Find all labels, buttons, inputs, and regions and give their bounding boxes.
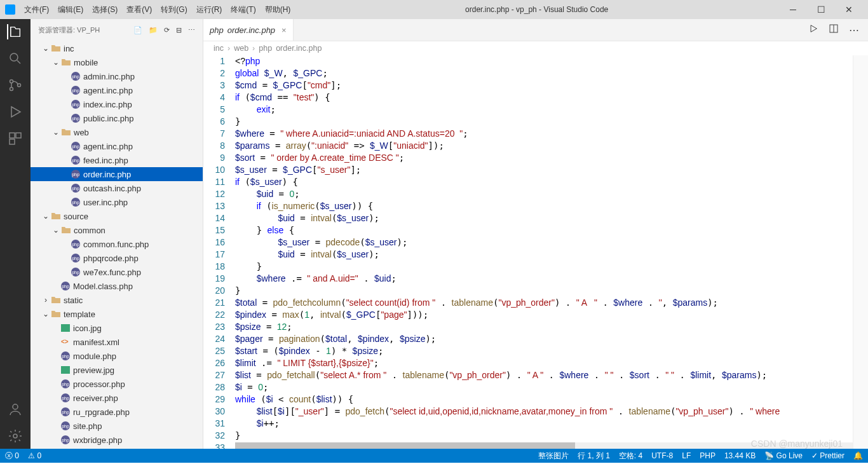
menu-item[interactable]: 编辑(E) [54, 3, 87, 17]
collapse-icon[interactable]: ⊟ [176, 26, 182, 34]
window-title: order.inc.php - vp_ph - Visual Studio Co… [294, 5, 779, 14]
tab-order-inc-php[interactable]: php order.inc.php × [203, 19, 294, 41]
folder-item[interactable]: ⌄web [31, 125, 203, 139]
close-tab-icon[interactable]: × [281, 25, 287, 35]
code-content[interactable]: <?php global $_W, $_GPC; $cmd = $_GPC["c… [235, 55, 853, 449]
vscode-icon [5, 4, 15, 15]
file-item[interactable]: preview.jpg [31, 363, 203, 377]
item-label: common [74, 226, 105, 235]
status-item[interactable]: LF [682, 451, 691, 460]
file-item[interactable]: phpModel.class.php [31, 279, 203, 293]
menu-item[interactable]: 帮助(H) [261, 3, 295, 17]
php-icon: php [61, 407, 70, 416]
breadcrumb[interactable]: inc›web›phporder.inc.php [203, 41, 868, 55]
php-icon: php [61, 379, 70, 388]
explorer-icon[interactable] [7, 24, 22, 39]
php-icon: php [61, 421, 70, 430]
file-item[interactable]: phpwe7ex.func.php [31, 265, 203, 279]
item-label: public.inc.php [83, 114, 134, 123]
run-debug-icon[interactable] [8, 104, 23, 119]
menu-item[interactable]: 运行(R) [193, 3, 226, 17]
minimap[interactable] [853, 55, 868, 449]
extensions-icon[interactable] [8, 131, 23, 146]
new-file-icon[interactable]: 📄 [133, 26, 142, 34]
split-editor-icon[interactable] [829, 24, 839, 36]
menu-item[interactable]: 终端(T) [227, 3, 259, 17]
folder-icon [61, 58, 71, 67]
file-item[interactable]: phpsite.php [31, 419, 203, 433]
file-item[interactable]: phpphpqrcode.php [31, 251, 203, 265]
breadcrumb-item[interactable]: order.inc.php [276, 44, 322, 53]
status-item[interactable]: 行 1, 列 1 [578, 451, 610, 461]
scrollbar-thumb[interactable] [235, 442, 575, 449]
file-item[interactable]: phporder.inc.php [31, 167, 203, 181]
file-item[interactable]: phpagent.inc.php [31, 139, 203, 153]
breadcrumb-item[interactable]: inc [214, 44, 224, 53]
folder-item[interactable]: ⌄mobile [31, 55, 203, 69]
maximize-button[interactable]: ☐ [807, 4, 835, 15]
folder-item[interactable]: ›static [31, 293, 203, 307]
folder-item[interactable]: ⌄common [31, 223, 203, 237]
source-control-icon[interactable] [8, 78, 23, 93]
status-errors[interactable]: ⓧ 0 [5, 451, 19, 461]
item-label: module.php [73, 351, 116, 361]
new-folder-icon[interactable]: 📁 [149, 26, 158, 34]
svg-point-1 [10, 80, 13, 83]
menu-item[interactable]: 文件(F) [20, 3, 53, 17]
file-item[interactable]: phpcommon.func.php [31, 237, 203, 251]
file-item[interactable]: <>manifest.xml [31, 335, 203, 349]
item-label: processor.php [73, 379, 125, 389]
status-bar: ⓧ 0 ⚠ 0 整张图片行 1, 列 1空格: 4UTF-8LFPHP13.44… [0, 449, 868, 463]
notifications-icon[interactable]: 🔔 [853, 451, 863, 460]
php-icon: php [71, 156, 80, 165]
settings-icon[interactable] [8, 428, 23, 444]
file-item[interactable]: phpuser.inc.php [31, 195, 203, 209]
folder-item[interactable]: ⌄template [31, 307, 203, 321]
file-item[interactable]: phppublic.inc.php [31, 111, 203, 125]
item-label: ru_rpgrade.php [73, 407, 130, 417]
breadcrumb-item[interactable]: web [234, 44, 248, 53]
file-item[interactable]: phpprocessor.php [31, 377, 203, 391]
minimize-button[interactable]: ─ [779, 4, 807, 15]
more-icon[interactable]: ⋯ [188, 26, 195, 34]
file-item[interactable]: phpfeed.inc.php [31, 153, 203, 167]
menu-item[interactable]: 选择(S) [88, 3, 121, 17]
file-item[interactable]: phpreceiver.php [31, 391, 203, 405]
status-warnings[interactable]: ⚠ 0 [28, 451, 41, 460]
php-icon: php [71, 254, 80, 263]
menu-bar: 文件(F)编辑(E)选择(S)查看(V)转到(G)运行(R)终端(T)帮助(H) [20, 3, 294, 17]
status-item[interactable]: ✓ Prettier [811, 451, 844, 460]
status-item[interactable]: PHP [700, 451, 715, 460]
status-item[interactable]: 13.44 KB [724, 451, 756, 460]
menu-item[interactable]: 转到(G) [157, 3, 191, 17]
refresh-icon[interactable]: ⟳ [164, 26, 170, 34]
folder-icon [61, 128, 71, 137]
file-item[interactable]: phpadmin.inc.php [31, 69, 203, 83]
file-item[interactable]: phpindex.inc.php [31, 97, 203, 111]
status-item[interactable]: 空格: 4 [619, 451, 642, 461]
file-item[interactable]: phpagent.inc.php [31, 83, 203, 97]
account-icon[interactable] [8, 402, 23, 417]
chevron-down-icon: ⌄ [51, 226, 61, 235]
file-item[interactable]: phpwxbridge.php [31, 433, 203, 447]
item-label: web [74, 128, 89, 137]
folder-item[interactable]: ⌄source [31, 209, 203, 223]
file-item[interactable]: icon.jpg [31, 321, 203, 335]
code-area[interactable]: 1234567891011121314151617181920212223242… [203, 55, 868, 449]
file-item[interactable]: phpru_rpgrade.php [31, 405, 203, 419]
svg-point-0 [10, 53, 18, 61]
run-icon[interactable] [808, 24, 818, 36]
item-label: static [64, 296, 83, 305]
close-button[interactable]: ✕ [835, 4, 863, 15]
status-item[interactable]: 📡 Go Live [764, 451, 803, 460]
more-actions-icon[interactable]: ⋯ [849, 24, 859, 36]
folder-item[interactable]: ⌄inc [31, 41, 203, 55]
file-item[interactable]: phpmodule.php [31, 349, 203, 363]
status-item[interactable]: UTF-8 [651, 451, 673, 460]
item-label: feed.inc.php [83, 156, 128, 165]
status-item[interactable]: 整张图片 [538, 451, 569, 461]
search-icon[interactable] [8, 51, 23, 66]
menu-item[interactable]: 查看(V) [123, 3, 156, 17]
item-label: user.inc.php [83, 198, 128, 207]
file-item[interactable]: phpoutcash.inc.php [31, 181, 203, 195]
